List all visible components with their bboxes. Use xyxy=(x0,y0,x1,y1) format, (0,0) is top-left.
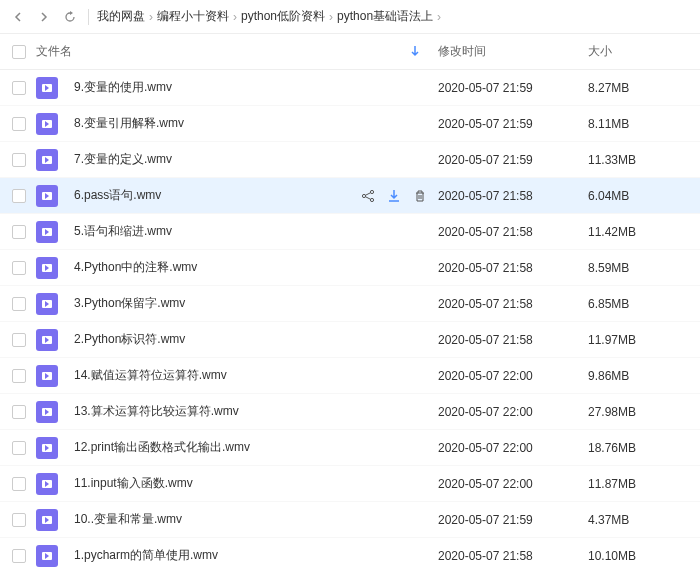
table-row[interactable]: 12.print输出函数格式化输出.wmv 2020-05-07 22:00 1… xyxy=(0,430,700,466)
file-time: 2020-05-07 21:58 xyxy=(438,333,588,347)
chevron-right-icon: › xyxy=(437,10,441,24)
table-row[interactable]: 1.pycharm的简单使用.wmv 2020-05-07 21:58 10.1… xyxy=(0,538,700,573)
chevron-right-icon: › xyxy=(329,10,333,24)
file-name: 13.算术运算符比较运算符.wmv xyxy=(74,403,239,420)
file-time: 2020-05-07 22:00 xyxy=(438,405,588,419)
video-file-icon xyxy=(36,545,58,567)
video-file-icon xyxy=(36,509,58,531)
breadcrumb-item[interactable]: 我的网盘 xyxy=(97,8,145,25)
sort-down-icon xyxy=(410,46,420,58)
row-checkbox[interactable] xyxy=(12,477,26,491)
forward-button[interactable] xyxy=(34,7,54,27)
file-name: 3.Python保留字.wmv xyxy=(74,295,185,312)
row-checkbox[interactable] xyxy=(12,549,26,563)
table-row[interactable]: 11.input输入函数.wmv 2020-05-07 22:00 11.87M… xyxy=(0,466,700,502)
row-checkbox[interactable] xyxy=(12,261,26,275)
row-checkbox[interactable] xyxy=(12,369,26,383)
file-size: 8.27MB xyxy=(588,81,688,95)
file-name: 7.变量的定义.wmv xyxy=(74,151,172,168)
file-name: 1.pycharm的简单使用.wmv xyxy=(74,547,218,564)
column-header-size[interactable]: 大小 xyxy=(588,43,688,60)
file-name: 8.变量引用解释.wmv xyxy=(74,115,184,132)
file-name: 11.input输入函数.wmv xyxy=(74,475,193,492)
file-time: 2020-05-07 21:58 xyxy=(438,261,588,275)
toolbar: 我的网盘 › 编程小十资料 › python低阶资料 › python基础语法上… xyxy=(0,0,700,34)
table-row[interactable]: 6.pass语句.wmv 2020-05-07 21:58 6.04MB xyxy=(0,178,700,214)
video-file-icon xyxy=(36,293,58,315)
table-row[interactable]: 3.Python保留字.wmv 2020-05-07 21:58 6.85MB xyxy=(0,286,700,322)
video-file-icon xyxy=(36,401,58,423)
table-row[interactable]: 8.变量引用解释.wmv 2020-05-07 21:59 8.11MB xyxy=(0,106,700,142)
table-row[interactable]: 10..变量和常量.wmv 2020-05-07 21:59 4.37MB xyxy=(0,502,700,538)
video-file-icon xyxy=(36,77,58,99)
table-row[interactable]: 13.算术运算符比较运算符.wmv 2020-05-07 22:00 27.98… xyxy=(0,394,700,430)
file-time: 2020-05-07 21:58 xyxy=(438,549,588,563)
chevron-right-icon: › xyxy=(149,10,153,24)
table-row[interactable]: 7.变量的定义.wmv 2020-05-07 21:59 11.33MB xyxy=(0,142,700,178)
select-all-checkbox[interactable] xyxy=(12,45,26,59)
file-name: 5.语句和缩进.wmv xyxy=(74,223,172,240)
file-size: 10.10MB xyxy=(588,549,688,563)
file-size: 11.33MB xyxy=(588,153,688,167)
row-checkbox[interactable] xyxy=(12,297,26,311)
file-size: 11.87MB xyxy=(588,477,688,491)
file-size: 11.97MB xyxy=(588,333,688,347)
video-file-icon xyxy=(36,185,58,207)
svg-point-2 xyxy=(370,198,373,201)
file-time: 2020-05-07 21:59 xyxy=(438,81,588,95)
breadcrumb-item[interactable]: python基础语法上 xyxy=(337,8,433,25)
video-file-icon xyxy=(36,257,58,279)
video-file-icon xyxy=(36,365,58,387)
row-checkbox[interactable] xyxy=(12,333,26,347)
table-header: 文件名 修改时间 大小 xyxy=(0,34,700,70)
row-checkbox[interactable] xyxy=(12,441,26,455)
video-file-icon xyxy=(36,221,58,243)
refresh-button[interactable] xyxy=(60,7,80,27)
breadcrumb: 我的网盘 › 编程小十资料 › python低阶资料 › python基础语法上… xyxy=(97,8,441,25)
row-checkbox[interactable] xyxy=(12,81,26,95)
video-file-icon xyxy=(36,113,58,135)
row-checkbox[interactable] xyxy=(12,117,26,131)
file-time: 2020-05-07 22:00 xyxy=(438,477,588,491)
chevron-right-icon: › xyxy=(233,10,237,24)
table-row[interactable]: 14.赋值运算符位运算符.wmv 2020-05-07 22:00 9.86MB xyxy=(0,358,700,394)
file-size: 18.76MB xyxy=(588,441,688,455)
row-checkbox[interactable] xyxy=(12,513,26,527)
file-name: 12.print输出函数格式化输出.wmv xyxy=(74,439,250,456)
row-checkbox[interactable] xyxy=(12,405,26,419)
back-button[interactable] xyxy=(8,7,28,27)
svg-point-0 xyxy=(362,194,365,197)
table-row[interactable]: 9.变量的使用.wmv 2020-05-07 21:59 8.27MB xyxy=(0,70,700,106)
video-file-icon xyxy=(36,473,58,495)
row-actions xyxy=(360,188,428,204)
table-row[interactable]: 4.Python中的注释.wmv 2020-05-07 21:58 8.59MB xyxy=(0,250,700,286)
file-name: 10..变量和常量.wmv xyxy=(74,511,182,528)
share-icon[interactable] xyxy=(360,188,376,204)
column-header-time[interactable]: 修改时间 xyxy=(438,43,588,60)
download-icon[interactable] xyxy=(386,188,402,204)
file-size: 6.04MB xyxy=(588,189,688,203)
file-size: 27.98MB xyxy=(588,405,688,419)
video-file-icon xyxy=(36,329,58,351)
breadcrumb-item[interactable]: 编程小十资料 xyxy=(157,8,229,25)
breadcrumb-item[interactable]: python低阶资料 xyxy=(241,8,325,25)
file-time: 2020-05-07 21:59 xyxy=(438,513,588,527)
file-size: 9.86MB xyxy=(588,369,688,383)
file-list: 9.变量的使用.wmv 2020-05-07 21:59 8.27MB 8.变量… xyxy=(0,70,700,573)
table-row[interactable]: 2.Python标识符.wmv 2020-05-07 21:58 11.97MB xyxy=(0,322,700,358)
file-size: 4.37MB xyxy=(588,513,688,527)
row-checkbox[interactable] xyxy=(12,189,26,203)
delete-icon[interactable] xyxy=(412,188,428,204)
table-row[interactable]: 5.语句和缩进.wmv 2020-05-07 21:58 11.42MB xyxy=(0,214,700,250)
file-name: 2.Python标识符.wmv xyxy=(74,331,185,348)
separator xyxy=(88,9,89,25)
row-checkbox[interactable] xyxy=(12,225,26,239)
file-time: 2020-05-07 21:59 xyxy=(438,117,588,131)
row-checkbox[interactable] xyxy=(12,153,26,167)
file-name: 9.变量的使用.wmv xyxy=(74,79,172,96)
file-time: 2020-05-07 21:58 xyxy=(438,225,588,239)
column-header-name[interactable]: 文件名 xyxy=(36,43,438,60)
file-size: 6.85MB xyxy=(588,297,688,311)
file-time: 2020-05-07 21:58 xyxy=(438,297,588,311)
file-time: 2020-05-07 21:58 xyxy=(438,189,588,203)
